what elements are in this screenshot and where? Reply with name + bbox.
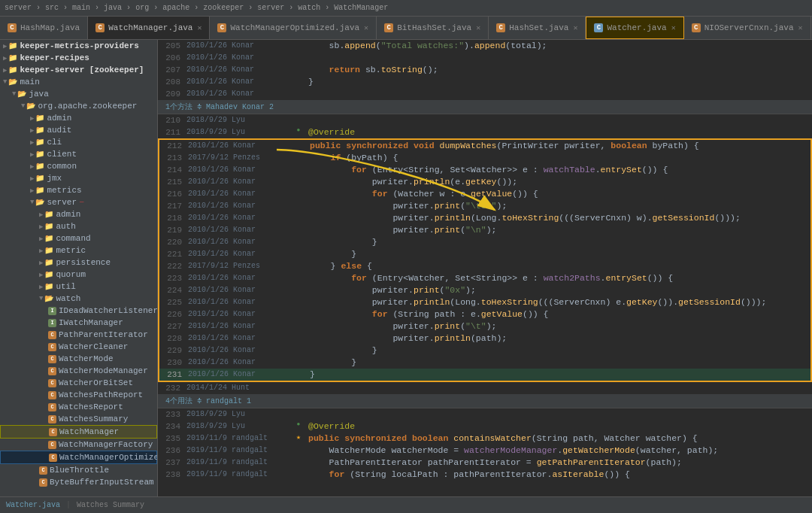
- tab-close-watchmanager[interactable]: ✕: [197, 23, 201, 32]
- nav-item-server[interactable]: server: [5, 4, 32, 12]
- sidebar-item-admin2[interactable]: ▶ 📁 admin: [0, 208, 157, 220]
- annotation-text-2: 4个用法 ≑ randgalt 1: [165, 397, 251, 405]
- folder-icon: 📁: [35, 150, 44, 159]
- line-meta: 2019/11/9 randgalt: [186, 457, 292, 469]
- sidebar-label: client: [47, 150, 77, 159]
- code-block-post: 233 2018/9/29 Lyu 234 2018/9/29 Lyu ● @O…: [158, 408, 812, 481]
- chevron-right-icon: ▶: [30, 114, 34, 123]
- file-icon: C: [48, 355, 56, 363]
- sidebar-item-WatchesReport[interactable]: C WatchesReport: [0, 401, 157, 413]
- sidebar-item-WatchManagerOptimized[interactable]: C WatchManagerOptimized: [0, 451, 157, 464]
- sidebar-item-WatcherMode[interactable]: C WatcherMode: [0, 353, 157, 365]
- sidebar-item-keeper-server[interactable]: ▶ 📁 keeper-server [zookeeper]: [0, 64, 157, 76]
- sidebar-item-util[interactable]: ▶ 📁 util: [0, 281, 157, 293]
- tab-bithasset[interactable]: C BitHashSet.java ✕: [377, 17, 489, 39]
- folder-icon: 📁: [35, 138, 44, 147]
- sidebar-item-BlueThrottle[interactable]: C BlueThrottle: [0, 464, 157, 476]
- sidebar-item-cli[interactable]: ▶ 📁 cli: [0, 136, 157, 148]
- sidebar-item-quorum[interactable]: ▶ 📁 quorum: [0, 269, 157, 281]
- nav-item-watchmanager[interactable]: WatchManager: [334, 4, 388, 12]
- tab-icon-hashmap: C: [8, 23, 17, 32]
- tab-hashmap[interactable]: C HashMap.java: [0, 17, 88, 39]
- folder-icon: 📁: [44, 282, 53, 291]
- sidebar-item-auth[interactable]: ▶ 📁 auth: [0, 220, 157, 232]
- sidebar-item-server[interactable]: ▼ 📂 server ─: [0, 196, 157, 208]
- line-meta: 2017/9/12 Penzes: [188, 260, 293, 272]
- folder-open-icon: 📂: [35, 198, 44, 207]
- sidebar-item-watch[interactable]: ▼ 📂 watch: [0, 293, 157, 305]
- sidebar-item-audit[interactable]: ▶ 📁 audit: [0, 124, 157, 136]
- sidebar-item-keeper-recipes[interactable]: ▶ 📁 keeper-recipes: [0, 52, 157, 64]
- nav-item-server2[interactable]: server: [257, 4, 284, 12]
- sidebar-label: IDeadWatcherListener: [59, 306, 158, 315]
- sidebar-item-persistence[interactable]: ▶ 📁 persistence: [0, 256, 157, 269]
- sidebar-item-keeper-metrics[interactable]: ▶ 📁 keeper-metrics-providers: [0, 40, 157, 52]
- code-line-230: 230 2010/1/26 Konar }: [158, 357, 812, 369]
- line-meta: 2010/1/26 Konar: [188, 212, 293, 224]
- code-line-211: 211 2018/9/29 Lyu ● @Override: [158, 126, 812, 138]
- sidebar-item-command[interactable]: ▶ 📁 command: [0, 232, 157, 244]
- sidebar-item-java[interactable]: ▼ 📂 java: [0, 88, 157, 100]
- tab-nioserver[interactable]: C NIOServerCnxn.java ✕: [684, 17, 811, 39]
- sidebar-item-IDeadWatcherListener[interactable]: I IDeadWatcherListener: [0, 305, 157, 317]
- sidebar-item-PathParentIterator[interactable]: C PathParentIterator: [0, 329, 157, 341]
- sidebar-item-ByteBufferInputStream[interactable]: C ByteBufferInputStream: [0, 476, 157, 488]
- sidebar-item-WatchManager[interactable]: C WatchManager: [0, 425, 157, 439]
- nav-item-watch[interactable]: watch: [298, 4, 320, 12]
- sidebar-item-client[interactable]: ▶ 📁 client: [0, 148, 157, 160]
- tab-close-watchmanageropt[interactable]: ✕: [364, 23, 368, 32]
- nav-item-main[interactable]: main: [72, 4, 90, 12]
- sidebar-item-metrics[interactable]: ▶ 📁 metrics: [0, 184, 157, 196]
- sidebar: ▶ 📁 keeper-metrics-providers ▶ 📁 keeper-…: [0, 40, 158, 496]
- tab-watchmanageropt[interactable]: C WatchManagerOptimized.java ✕: [210, 17, 377, 39]
- sidebar-label: quorum: [56, 270, 86, 279]
- line-meta: 2019/11/9 randgalt: [186, 469, 292, 481]
- line-number: 227: [159, 320, 188, 332]
- line-number: 217: [159, 200, 188, 212]
- tab-close-bithasset[interactable]: ✕: [476, 23, 480, 32]
- sidebar-item-WatcherModeManager[interactable]: C WatcherModeManager: [0, 365, 157, 377]
- nav-item-org[interactable]: org: [135, 4, 149, 12]
- code-line-212: 212 2010/1/26 Konar public synchronized …: [158, 138, 812, 152]
- tab-watchmanager[interactable]: C WatchManager.java ✕: [88, 17, 210, 39]
- line-code: for (Entry<String, Set<Watcher>> e : wat…: [307, 164, 810, 176]
- line-number: 222: [159, 260, 188, 272]
- sidebar-label: util: [56, 282, 75, 291]
- tab-close-nioserver[interactable]: ✕: [798, 23, 803, 32]
- status-bar: Watcher.java | Watches Summary: [0, 496, 812, 513]
- nav-item-zookeeper[interactable]: zookeeper: [203, 4, 244, 12]
- file-icon: C: [39, 478, 47, 487]
- nav-item-java[interactable]: java: [104, 4, 122, 12]
- sidebar-item-metric[interactable]: ▶ 📁 metric: [0, 244, 157, 256]
- sidebar-item-main[interactable]: ▼ 📂 main: [0, 76, 157, 88]
- line-code: for (Entry<Watcher, Set<String>> e : wat…: [307, 272, 810, 284]
- chevron-right-icon: ▶: [39, 247, 43, 255]
- sidebar-label: main: [20, 77, 39, 87]
- line-code: PathParentIterator pathParentIterator = …: [305, 457, 812, 469]
- tab-watcher[interactable]: C Watcher.java ✕: [586, 17, 683, 39]
- line-meta: 2010/1/26 Konar: [186, 52, 292, 64]
- sidebar-item-WatcherCleaner[interactable]: C WatcherCleaner: [0, 341, 157, 353]
- code-scroll[interactable]: 205 2010/1/26 Konar sb.append("Total wat…: [158, 40, 812, 496]
- sidebar-item-WatchesPathReport[interactable]: C WatchesPathReport: [0, 389, 157, 401]
- line-code: @Override: [305, 420, 812, 433]
- sidebar-item-admin[interactable]: ▶ 📁 admin: [0, 112, 157, 124]
- status-watches: Watches Summary: [77, 501, 144, 509]
- sidebar-item-common[interactable]: ▶ 📁 common: [0, 160, 157, 172]
- file-icon: C: [49, 428, 57, 436]
- line-code: pwriter.println(path);: [307, 332, 810, 345]
- sidebar-item-IWatchManager[interactable]: I IWatchManager: [0, 317, 157, 329]
- sidebar-item-org-apache[interactable]: ▼ 📂 org.apache.zookeeper: [0, 100, 157, 112]
- chevron-right-icon: ▶: [30, 187, 34, 195]
- tab-icon-bithasset: C: [384, 23, 393, 32]
- sidebar-item-jmx[interactable]: ▶ 📁 jmx: [0, 172, 157, 184]
- sidebar-item-WatchesSummary[interactable]: C WatchesSummary: [0, 413, 157, 425]
- sidebar-item-WatcherOrBitSet[interactable]: C WatcherOrBitSet: [0, 377, 157, 389]
- sidebar-label: WatchManagerFactory: [59, 440, 153, 449]
- sidebar-item-WatchManagerFactory[interactable]: C WatchManagerFactory: [0, 439, 157, 451]
- tab-close-watcher[interactable]: ✕: [671, 23, 676, 32]
- tab-close-hashset[interactable]: ✕: [573, 23, 577, 32]
- nav-item-src[interactable]: src: [45, 4, 59, 12]
- tab-hashset[interactable]: C HashSet.java ✕: [489, 17, 586, 39]
- nav-item-apache[interactable]: apache: [162, 4, 189, 12]
